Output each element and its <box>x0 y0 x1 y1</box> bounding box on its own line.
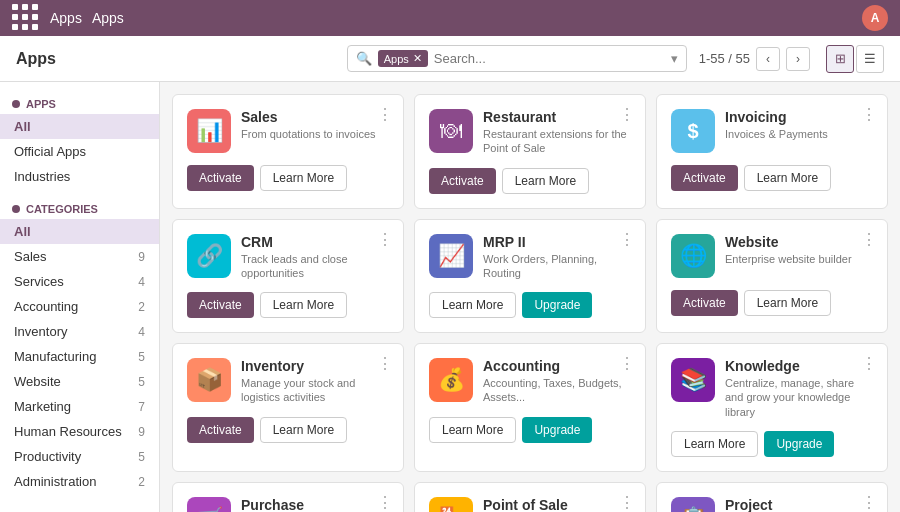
learn-more-button[interactable]: Learn More <box>429 292 516 318</box>
activate-button[interactable]: Activate <box>187 417 254 443</box>
app-card: ⋮ 📊 Sales From quotations to invoices Ac… <box>172 94 404 209</box>
app-grid-icon[interactable] <box>12 4 40 32</box>
learn-more-button[interactable]: Learn More <box>260 417 347 443</box>
app-card: ⋮ 🛒 Purchase Purchase orders, tenders an… <box>172 482 404 512</box>
main-layout: APPS All Official Apps Industries CATEGO… <box>0 82 900 512</box>
sidebar-cat-hr[interactable]: Human Resources9 <box>0 419 159 444</box>
app-card-header: 🌐 Website Enterprise website builder <box>671 234 873 278</box>
card-menu-icon[interactable]: ⋮ <box>377 493 393 512</box>
learn-more-button[interactable]: Learn More <box>744 290 831 316</box>
app-card-header: 🔗 CRM Track leads and close opportunitie… <box>187 234 389 281</box>
card-menu-icon[interactable]: ⋮ <box>619 105 635 124</box>
learn-more-button[interactable]: Learn More <box>260 292 347 318</box>
activate-button[interactable]: Activate <box>187 165 254 191</box>
card-menu-icon[interactable]: ⋮ <box>377 105 393 124</box>
sidebar-cat-marketing[interactable]: Marketing7 <box>0 394 159 419</box>
card-menu-icon[interactable]: ⋮ <box>619 230 635 249</box>
app-card: ⋮ 📦 Inventory Manage your stock and logi… <box>172 343 404 472</box>
card-menu-icon[interactable]: ⋮ <box>619 493 635 512</box>
sidebar-cat-all[interactable]: All <box>0 219 159 244</box>
app-name: Invoicing <box>725 109 873 125</box>
activate-button[interactable]: Activate <box>671 165 738 191</box>
app-card: ⋮ 📋 Project Organize and plan your proje… <box>656 482 888 512</box>
app-card-header: 💰 Accounting Accounting, Taxes, Budgets,… <box>429 358 631 405</box>
sidebar-item-all[interactable]: All <box>0 114 159 139</box>
view-toggle: ⊞ ☰ <box>826 45 884 73</box>
card-menu-icon[interactable]: ⋮ <box>861 105 877 124</box>
sidebar-item-industries[interactable]: Industries <box>0 164 159 189</box>
sidebar-cat-website[interactable]: Website5 <box>0 369 159 394</box>
app-name: CRM <box>241 234 389 250</box>
app-actions: ActivateLearn More <box>187 292 389 318</box>
card-menu-icon[interactable]: ⋮ <box>861 493 877 512</box>
user-avatar[interactable]: A <box>862 5 888 31</box>
learn-more-button[interactable]: Learn More <box>429 417 516 443</box>
filter-tag[interactable]: Apps ✕ <box>378 50 428 67</box>
app-name: Accounting <box>483 358 631 374</box>
app-card: ⋮ 📈 MRP II Work Orders, Planning, Routin… <box>414 219 646 334</box>
app-icon: 🛒 <box>187 497 231 512</box>
filter-remove-icon[interactable]: ✕ <box>413 52 422 65</box>
app-card-header: 🍽 Restaurant Restaurant extensions for t… <box>429 109 631 156</box>
sidebar-cat-inventory[interactable]: Inventory4 <box>0 319 159 344</box>
activate-button[interactable]: Activate <box>187 292 254 318</box>
learn-more-button[interactable]: Learn More <box>260 165 347 191</box>
app-card-header: 📈 MRP II Work Orders, Planning, Routing <box>429 234 631 281</box>
app-info: Inventory Manage your stock and logistic… <box>241 358 389 405</box>
card-menu-icon[interactable]: ⋮ <box>861 230 877 249</box>
app-icon: 📋 <box>671 497 715 512</box>
card-menu-icon[interactable]: ⋮ <box>377 354 393 373</box>
app-info: Knowledge Centralize, manage, share and … <box>725 358 873 419</box>
app-actions: Learn MoreUpgrade <box>429 292 631 318</box>
app-name: Sales <box>241 109 389 125</box>
activate-button[interactable]: Activate <box>429 168 496 194</box>
upgrade-button[interactable]: Upgrade <box>522 417 592 443</box>
app-desc: Work Orders, Planning, Routing <box>483 252 631 281</box>
card-menu-icon[interactable]: ⋮ <box>861 354 877 373</box>
app-desc: From quotations to invoices <box>241 127 389 141</box>
sidebar-cat-accounting[interactable]: Accounting2 <box>0 294 159 319</box>
upgrade-button[interactable]: Upgrade <box>764 431 834 457</box>
app-desc: Accounting, Taxes, Budgets, Assets... <box>483 376 631 405</box>
sidebar-section-categories: CATEGORIES <box>0 197 159 219</box>
app-card: ⋮ 🍽 Restaurant Restaurant extensions for… <box>414 94 646 209</box>
card-menu-icon[interactable]: ⋮ <box>377 230 393 249</box>
app-actions: ActivateLearn More <box>187 417 389 443</box>
page-next-button[interactable]: › <box>786 47 810 71</box>
app-desc: Manage your stock and logistics activiti… <box>241 376 389 405</box>
learn-more-button[interactable]: Learn More <box>502 168 589 194</box>
card-menu-icon[interactable]: ⋮ <box>619 354 635 373</box>
app-info: Project Organize and plan your projects <box>725 497 873 512</box>
learn-more-button[interactable]: Learn More <box>671 431 758 457</box>
sidebar-cat-manufacturing[interactable]: Manufacturing5 <box>0 344 159 369</box>
app-icon: 💰 <box>429 358 473 402</box>
activate-button[interactable]: Activate <box>671 290 738 316</box>
app-actions: ActivateLearn More <box>671 290 873 316</box>
search-dropdown-icon[interactable]: ▾ <box>671 51 678 66</box>
sidebar-cat-productivity[interactable]: Productivity5 <box>0 444 159 469</box>
search-input[interactable] <box>434 51 665 66</box>
app-card-header: 🛒 Purchase Purchase orders, tenders and … <box>187 497 389 512</box>
sidebar-cat-administration[interactable]: Administration2 <box>0 469 159 494</box>
upgrade-button[interactable]: Upgrade <box>522 292 592 318</box>
app-name: Project <box>725 497 873 512</box>
app-actions: ActivateLearn More <box>429 168 631 194</box>
page-prev-button[interactable]: ‹ <box>756 47 780 71</box>
app-info: Invoicing Invoices & Payments <box>725 109 873 141</box>
sidebar-cat-services[interactable]: Services4 <box>0 269 159 294</box>
app-name: Restaurant <box>483 109 631 125</box>
learn-more-button[interactable]: Learn More <box>744 165 831 191</box>
app-info: Restaurant Restaurant extensions for the… <box>483 109 631 156</box>
sidebar-cat-sales[interactable]: Sales9 <box>0 244 159 269</box>
list-view-button[interactable]: ☰ <box>856 45 884 73</box>
app-desc: Enterprise website builder <box>725 252 873 266</box>
sidebar-item-official[interactable]: Official Apps <box>0 139 159 164</box>
app-card-header: 🏪 Point of Sale User-friendly PoS interf… <box>429 497 631 512</box>
app-info: Purchase Purchase orders, tenders and ag… <box>241 497 389 512</box>
app-card: ⋮ 💰 Accounting Accounting, Taxes, Budget… <box>414 343 646 472</box>
app-card-header: 📚 Knowledge Centralize, manage, share an… <box>671 358 873 419</box>
app-info: Point of Sale User-friendly PoS interfac… <box>483 497 631 512</box>
app-info: Sales From quotations to invoices <box>241 109 389 141</box>
grid-view-button[interactable]: ⊞ <box>826 45 854 73</box>
search-container: 🔍 Apps ✕ ▾ <box>347 45 687 72</box>
